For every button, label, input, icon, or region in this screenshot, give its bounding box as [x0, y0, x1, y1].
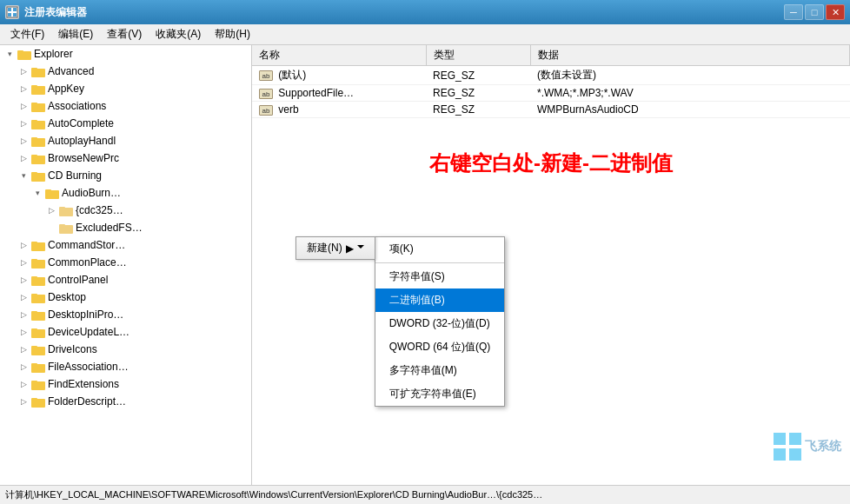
tree-item-folderdesc[interactable]: ▷ FolderDescript… — [0, 393, 251, 410]
submenu-item-string[interactable]: 字符串值(S) — [375, 265, 505, 288]
tree-label-fileassoc: FileAssociation… — [48, 361, 129, 373]
menu-edit[interactable]: 编辑(E) — [51, 25, 100, 43]
folder-icon-folderdesc — [31, 395, 45, 408]
svg-rect-32 — [31, 276, 37, 279]
minimize-button[interactable]: ─ — [784, 4, 803, 20]
tree-item-findext[interactable]: ▷ FindExtensions — [0, 375, 251, 393]
submenu-divider — [375, 262, 505, 263]
data-panel: 名称 类型 数据 ab (默认) REG_SZ (数值未设置) — [252, 45, 850, 485]
context-menu-area: 新建(N) ▶ 项(K) 字符串值(S) 二进制值(B) DWORD (32-位… — [296, 236, 505, 407]
expand-icon-commandstor: ▷ — [17, 239, 30, 251]
expand-icon-appkey: ▷ — [17, 83, 30, 95]
svg-rect-8 — [31, 68, 37, 70]
expand-icon-advanced: ▷ — [17, 65, 30, 77]
expand-icon-desktopini: ▷ — [17, 308, 30, 321]
tree-label-audioburn: AudioBurn… — [62, 187, 121, 199]
svg-rect-22 — [45, 189, 51, 192]
submenu-item-key[interactable]: 项(K) — [375, 237, 505, 261]
tree-item-appkey[interactable]: ▷ AppKey — [0, 80, 251, 97]
tree-item-commandstor[interactable]: ▷ CommandStor… — [0, 236, 251, 254]
svg-rect-4 — [13, 13, 17, 17]
tree-label-folderdesc: FolderDescript… — [48, 395, 126, 408]
tree-item-desktopini[interactable]: ▷ DesktopIniPro… — [0, 306, 251, 323]
row-name-0: ab (默认) — [252, 66, 426, 85]
svg-rect-26 — [59, 224, 65, 227]
expand-icon-driveicons: ▷ — [17, 343, 30, 355]
folder-icon-cdburning — [31, 169, 45, 182]
expand-icon-cdburning: ▾ — [17, 169, 30, 182]
tree-item-cdburning[interactable]: ▾ CD Burning — [0, 167, 251, 184]
tree-item-driveicons[interactable]: ▷ DriveIcons — [0, 341, 251, 358]
expand-icon-browsenew: ▷ — [17, 152, 30, 164]
svg-rect-2 — [13, 8, 17, 11]
table-row[interactable]: ab verb REG_SZ WMPBurnAsAudioCD — [252, 102, 850, 118]
tree-scroll[interactable]: ▾ Explorer ▷ Advanced — [0, 45, 251, 485]
table-row[interactable]: ab SupportedFile… REG_SZ *.WMA;*.MP3;*.W… — [252, 85, 850, 102]
tree-item-autocomplete[interactable]: ▷ AutoComplete — [0, 115, 251, 132]
menu-view[interactable]: 查看(V) — [100, 25, 149, 43]
expand-icon-excludedfs — [45, 222, 57, 234]
window-controls: ─ □ ✕ — [784, 4, 845, 20]
tree-item-explorer[interactable]: ▾ Explorer — [0, 45, 251, 63]
tree-item-autoplay[interactable]: ▷ AutoplayHandl — [0, 132, 251, 149]
tree-item-controlpanel[interactable]: ▷ ControlPanel — [0, 271, 251, 288]
svg-rect-3 — [8, 13, 11, 17]
tree-item-deviceupdate[interactable]: ▷ DeviceUpdateL… — [0, 323, 251, 341]
menu-favorites[interactable]: 收藏夹(A) — [149, 25, 208, 43]
menu-help[interactable]: 帮助(H) — [208, 25, 257, 43]
expand-icon-explorer: ▾ — [3, 48, 16, 60]
row-name-label-2: verb — [278, 103, 298, 116]
svg-rect-20 — [31, 172, 37, 175]
folder-icon-autocomplete — [31, 117, 45, 129]
tree-panel: ▾ Explorer ▷ Advanced — [0, 45, 252, 485]
submenu-item-expandstring[interactable]: 可扩充字符串值(E) — [375, 382, 505, 406]
folder-icon-fileassoc — [31, 361, 45, 373]
reg-icon-verb: ab — [259, 105, 273, 116]
expand-icon-findext: ▷ — [17, 378, 30, 390]
svg-rect-24 — [59, 207, 65, 209]
row-data-2: WMPBurnAsAudioCD — [530, 102, 850, 118]
svg-rect-28 — [31, 242, 37, 244]
submenu-item-qword[interactable]: QWORD (64 位)值(Q) — [375, 335, 505, 359]
title-bar: 注册表编辑器 ─ □ ✕ — [0, 0, 850, 24]
svg-rect-40 — [31, 346, 37, 348]
tree-label-autocomplete: AutoComplete — [48, 117, 114, 129]
tree-item-browsenew[interactable]: ▷ BrowseNewPrc — [0, 149, 251, 167]
folder-icon-deviceupdate — [31, 326, 45, 338]
table-row[interactable]: ab (默认) REG_SZ (数值未设置) — [252, 66, 850, 85]
expand-icon-desktop: ▷ — [17, 291, 30, 303]
svg-rect-6 — [17, 50, 23, 53]
tree-item-associations[interactable]: ▷ Associations — [0, 97, 251, 115]
svg-rect-18 — [31, 155, 37, 157]
new-menu-trigger[interactable]: 新建(N) ▶ — [296, 236, 375, 260]
svg-rect-30 — [31, 259, 37, 262]
expand-icon-cdc325: ▷ — [45, 204, 57, 216]
app-icon — [5, 5, 19, 19]
tree-label-commandstor: CommandStor… — [48, 239, 125, 251]
tree-item-audioburn[interactable]: ▾ AudioBurn… — [0, 184, 251, 202]
tree-label-autoplay: AutoplayHandl — [48, 135, 116, 147]
submenu-item-multistring[interactable]: 多字符串值(M) — [375, 359, 505, 382]
folder-icon-explorer — [17, 48, 31, 60]
tree-item-commonplace[interactable]: ▷ CommonPlace… — [0, 254, 251, 271]
reg-icon-supported: ab — [259, 89, 273, 99]
tree-item-advanced[interactable]: ▷ Advanced — [0, 63, 251, 80]
folder-icon-browsenew — [31, 152, 45, 164]
submenu-item-binary[interactable]: 二进制值(B) — [375, 288, 505, 312]
folder-icon-driveicons — [31, 343, 45, 355]
tree-item-fileassoc[interactable]: ▷ FileAssociation… — [0, 358, 251, 375]
svg-rect-1 — [8, 8, 11, 11]
col-data: 数据 — [530, 45, 850, 66]
tree-item-desktop[interactable]: ▷ Desktop — [0, 288, 251, 306]
menu-file[interactable]: 文件(F) — [3, 25, 51, 43]
close-button[interactable]: ✕ — [826, 4, 845, 20]
status-path: 计算机\HKEY_LOCAL_MACHINE\SOFTWARE\Microsof… — [5, 488, 542, 501]
tree-item-excludedfs[interactable]: ExcludedFS… — [0, 219, 251, 236]
expand-icon-controlpanel: ▷ — [17, 274, 30, 286]
expand-icon-autocomplete: ▷ — [17, 117, 30, 129]
tree-label-cdburning: CD Burning — [48, 169, 102, 182]
svg-rect-46 — [31, 398, 37, 401]
maximize-button[interactable]: □ — [805, 4, 824, 20]
tree-item-cdc325[interactable]: ▷ {cdc325… — [0, 202, 251, 219]
submenu-item-dword[interactable]: DWORD (32-位)值(D) — [375, 312, 505, 335]
